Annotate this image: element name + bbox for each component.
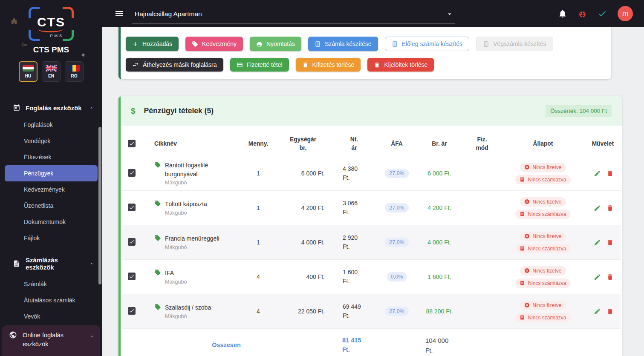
property-select[interactable]: Hajnalcsillag Apartman: [132, 8, 455, 23]
net-total-value: 81 415 Ft.: [342, 336, 366, 355]
column-header-gross: Br. ár: [416, 140, 463, 148]
create-final-invoice-button: Végszámla készítés: [476, 37, 553, 51]
row-actions: [585, 308, 621, 315]
item-subtitle: Mákgubó: [165, 180, 241, 186]
not-invoiced-badge: Nincs számlázva: [515, 244, 570, 253]
gross-total-value: 104 000 Ft.: [425, 336, 453, 356]
x-circle-icon: [524, 164, 530, 170]
table-row: Töltött káposzta Mákgubó 1 4 200 Ft. 3 0…: [122, 191, 621, 225]
user-avatar[interactable]: m: [618, 6, 633, 21]
topbar: Hajnalcsillag Apartman: [102, 0, 644, 27]
item-subtitle: Mákgubó: [165, 279, 187, 285]
not-invoiced-badge: Nincs számlázva: [515, 175, 570, 184]
invoice-icon: [392, 41, 398, 47]
sidebar-section-booking-tools[interactable]: Foglalás eszközök: [0, 99, 102, 117]
invoice-icon: [483, 41, 489, 47]
chevron-down-icon: [89, 333, 95, 339]
delete-item-button[interactable]: [606, 170, 614, 177]
edit-item-button[interactable]: [594, 273, 601, 281]
sidebar-item-vendegek[interactable]: Vendégek: [0, 133, 102, 149]
uk-flag-icon: [46, 65, 57, 72]
financial-items-table: Cikknév Menny. Egységár br. Nt. ár ÁFA B…: [121, 126, 622, 356]
create-invoice-button[interactable]: Számla készítése: [308, 37, 378, 51]
delete-item-button[interactable]: [606, 308, 614, 315]
select-all-checkbox[interactable]: [128, 140, 136, 147]
row-actions: [585, 273, 621, 281]
receipt-icon: [520, 280, 525, 286]
edit-item-button[interactable]: [594, 308, 601, 315]
app-logo: CTS PMS: [29, 7, 74, 41]
sidebar-item-atutalasos-szamlak[interactable]: Átutalásos számlák: [0, 292, 102, 308]
main-area: Hajnalcsillag Apartman: [102, 0, 644, 356]
status-badges: Nincs fizetve Nincs számlázva: [501, 266, 585, 288]
notifications-bell-icon[interactable]: [558, 9, 567, 18]
edit-item-button[interactable]: [594, 204, 601, 212]
tag-icon: [154, 269, 161, 276]
receipt-icon: [520, 246, 525, 251]
discount-button[interactable]: Kedvezmény: [185, 37, 243, 51]
sidebar-item-fajlok[interactable]: Fájlok: [0, 230, 102, 246]
receipt-icon: [520, 315, 525, 320]
add-item-button[interactable]: Hozzáadás: [126, 37, 179, 51]
sidebar-item-foglalasok[interactable]: Foglalások: [0, 117, 102, 133]
dollar-icon: $: [131, 106, 136, 116]
sidebar-item-kedvezmenyek[interactable]: Kedvezmények: [0, 181, 102, 198]
bug-report-icon[interactable]: [578, 9, 587, 18]
confirm-check-icon[interactable]: [598, 9, 607, 18]
mark-paid-button[interactable]: Fizetetté tétel: [230, 58, 289, 72]
edit-item-button[interactable]: [594, 170, 601, 177]
x-circle-icon: [524, 199, 530, 204]
table-header-row: Cikknév Menny. Egységár br. Nt. ár ÁFA B…: [122, 132, 621, 156]
column-header-qty: Menny.: [241, 140, 275, 148]
item-unit-gross-price: 22 050 Ft.: [275, 308, 331, 315]
tag-icon: [154, 235, 161, 241]
sidebar-menu: Foglalás eszközök Foglalások Vendégek Ét…: [0, 99, 102, 324]
total-value-badge: Összérték: 104 000 Ft: [546, 105, 612, 117]
sidebar-item-szamlak[interactable]: Számlák: [0, 276, 102, 292]
tag-icon: [154, 304, 161, 310]
row-checkbox[interactable]: [128, 204, 136, 211]
sidebar-item-vevok[interactable]: Vevők: [0, 308, 102, 324]
sidebar-item-online-booking-tools[interactable]: Online foglalás eszközök: [2, 325, 100, 356]
delete-payment-button[interactable]: Kifizetés törlése: [296, 58, 361, 72]
row-checkbox[interactable]: [128, 238, 136, 246]
sidebar-item-dokumentumok[interactable]: Dokumentumok: [0, 214, 102, 230]
sidebar-item-uzenetlista[interactable]: Üzenetlista: [0, 198, 102, 214]
credit-card-icon: [237, 62, 243, 68]
column-header-status: Állapot: [501, 140, 585, 148]
item-quantity: 1: [241, 239, 275, 246]
sidebar-scrollbar[interactable]: [98, 127, 101, 284]
sidebar-item-penzugyek[interactable]: Pénzügyek: [5, 165, 98, 181]
sidebar-item-etkezesek[interactable]: Étkezések: [0, 149, 102, 165]
table-row: Francia menüreggeli Mákgubó 1 4 000 Ft. …: [122, 225, 621, 260]
language-en-button[interactable]: EN: [42, 61, 61, 82]
not-paid-badge: Nincs fizetve: [520, 266, 566, 276]
actions-row-2: Áthelyezés másik foglalásra Fizetetté té…: [126, 58, 606, 72]
create-advance-invoice-button[interactable]: Előleg számla készítés: [385, 37, 469, 51]
app-window: ✦ CTS PMS CTS PMS HU EN RO: [0, 0, 644, 356]
row-checkbox[interactable]: [128, 169, 136, 177]
hamburger-menu-icon[interactable]: [114, 9, 124, 19]
delete-item-button[interactable]: [606, 204, 614, 212]
calendar-icon: [13, 104, 20, 112]
topbar-icons: m: [558, 6, 633, 21]
delete-item-button[interactable]: [606, 239, 614, 246]
language-ro-button[interactable]: RO: [65, 61, 84, 82]
edit-item-button[interactable]: [594, 239, 601, 246]
delete-item-button[interactable]: [606, 273, 614, 281]
row-actions: [585, 239, 621, 246]
not-paid-badge: Nincs fizetve: [520, 232, 566, 241]
delete-selected-button[interactable]: Kijelöltek törlése: [367, 58, 434, 72]
language-hu-button[interactable]: HU: [19, 61, 38, 82]
sidebar-section-invoicing-tools[interactable]: Számlázás eszközök: [0, 251, 102, 276]
row-checkbox[interactable]: [128, 273, 136, 280]
receipt-icon: [520, 211, 525, 217]
move-to-other-booking-button[interactable]: Áthelyezés másik foglalásra: [126, 58, 223, 72]
item-unit-gross-price: 4 200 Ft.: [275, 204, 331, 211]
print-button[interactable]: Nyomtatás: [250, 37, 301, 51]
row-checkbox[interactable]: [128, 307, 136, 315]
globe-icon: [9, 331, 17, 339]
status-badges: Nincs fizetve Nincs számlázva: [501, 197, 585, 219]
tag-icon: [154, 200, 161, 207]
item-net-price: 4 380 Ft.: [343, 164, 366, 182]
